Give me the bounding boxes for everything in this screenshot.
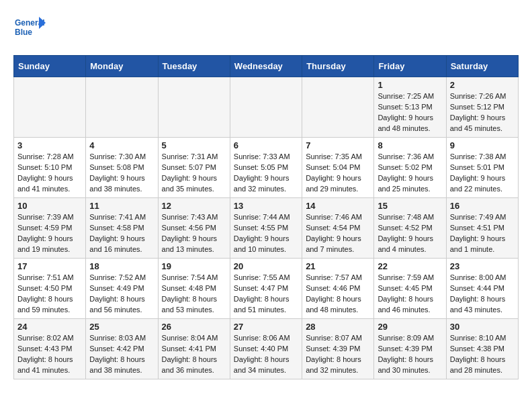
day-number: 22 — [378, 261, 442, 271]
calendar-cell — [86, 77, 158, 138]
day-detail: Sunrise: 8:06 AM Sunset: 4:40 PM Dayligh… — [234, 333, 298, 376]
day-number: 24 — [17, 322, 82, 332]
day-detail: Sunrise: 7:41 AM Sunset: 4:58 PM Dayligh… — [89, 212, 154, 255]
svg-text:Blue: Blue — [15, 28, 32, 37]
day-number: 10 — [17, 201, 82, 211]
day-detail: Sunrise: 7:43 AM Sunset: 4:56 PM Dayligh… — [162, 212, 226, 255]
day-detail: Sunrise: 7:49 AM Sunset: 4:51 PM Dayligh… — [450, 212, 515, 255]
day-detail: Sunrise: 8:02 AM Sunset: 4:43 PM Dayligh… — [17, 333, 82, 376]
day-detail: Sunrise: 7:48 AM Sunset: 4:52 PM Dayligh… — [378, 212, 442, 255]
day-number: 28 — [306, 322, 370, 332]
day-number: 16 — [450, 201, 515, 211]
day-detail: Sunrise: 7:59 AM Sunset: 4:45 PM Dayligh… — [378, 273, 442, 316]
calendar-cell: 26Sunrise: 8:04 AM Sunset: 4:41 PM Dayli… — [158, 319, 230, 379]
day-number: 29 — [378, 322, 442, 332]
col-header-tuesday: Tuesday — [158, 56, 230, 77]
calendar-cell — [230, 77, 302, 138]
day-number: 2 — [450, 80, 515, 90]
day-detail: Sunrise: 7:25 AM Sunset: 5:13 PM Dayligh… — [378, 91, 442, 134]
day-number: 3 — [17, 140, 82, 150]
calendar-cell: 19Sunrise: 7:54 AM Sunset: 4:48 PM Dayli… — [158, 259, 230, 319]
calendar-cell: 23Sunrise: 8:00 AM Sunset: 4:44 PM Dayli… — [446, 259, 518, 319]
calendar-cell: 10Sunrise: 7:39 AM Sunset: 4:59 PM Dayli… — [14, 198, 86, 259]
day-detail: Sunrise: 7:33 AM Sunset: 5:05 PM Dayligh… — [234, 152, 298, 195]
calendar-cell: 8Sunrise: 7:36 AM Sunset: 5:02 PM Daylig… — [374, 138, 446, 198]
day-number: 20 — [234, 261, 298, 271]
calendar-cell: 13Sunrise: 7:44 AM Sunset: 4:55 PM Dayli… — [230, 198, 302, 259]
calendar-cell: 9Sunrise: 7:38 AM Sunset: 5:01 PM Daylig… — [446, 138, 518, 198]
day-number: 18 — [89, 261, 154, 271]
day-number: 30 — [450, 322, 515, 332]
calendar-cell: 3Sunrise: 7:28 AM Sunset: 5:10 PM Daylig… — [14, 138, 86, 198]
calendar-cell: 12Sunrise: 7:43 AM Sunset: 4:56 PM Dayli… — [158, 198, 230, 259]
day-detail: Sunrise: 7:38 AM Sunset: 5:01 PM Dayligh… — [450, 152, 515, 195]
day-number: 21 — [306, 261, 370, 271]
col-header-thursday: Thursday — [302, 56, 374, 77]
calendar-cell — [302, 77, 374, 138]
calendar-cell: 14Sunrise: 7:46 AM Sunset: 4:54 PM Dayli… — [302, 198, 374, 259]
day-number: 12 — [162, 201, 226, 211]
day-number: 23 — [450, 261, 515, 271]
day-number: 25 — [89, 322, 154, 332]
general-blue-logo-icon: General Blue — [13, 13, 47, 43]
day-detail: Sunrise: 7:30 AM Sunset: 5:08 PM Dayligh… — [89, 152, 154, 195]
day-detail: Sunrise: 7:44 AM Sunset: 4:55 PM Dayligh… — [234, 212, 298, 255]
day-detail: Sunrise: 7:51 AM Sunset: 4:50 PM Dayligh… — [17, 273, 82, 316]
calendar-cell: 4Sunrise: 7:30 AM Sunset: 5:08 PM Daylig… — [86, 138, 158, 198]
day-number: 11 — [89, 201, 154, 211]
day-number: 7 — [306, 140, 370, 150]
day-number: 6 — [234, 140, 298, 150]
day-number: 15 — [378, 201, 442, 211]
calendar-cell: 30Sunrise: 8:10 AM Sunset: 4:38 PM Dayli… — [446, 319, 518, 379]
day-detail: Sunrise: 8:03 AM Sunset: 4:42 PM Dayligh… — [89, 333, 154, 376]
calendar-cell: 5Sunrise: 7:31 AM Sunset: 5:07 PM Daylig… — [158, 138, 230, 198]
col-header-sunday: Sunday — [14, 56, 86, 77]
day-detail: Sunrise: 8:07 AM Sunset: 4:39 PM Dayligh… — [306, 333, 370, 376]
day-detail: Sunrise: 7:46 AM Sunset: 4:54 PM Dayligh… — [306, 212, 370, 255]
day-detail: Sunrise: 7:55 AM Sunset: 4:47 PM Dayligh… — [234, 273, 298, 316]
day-detail: Sunrise: 8:00 AM Sunset: 4:44 PM Dayligh… — [450, 273, 515, 316]
day-detail: Sunrise: 7:52 AM Sunset: 4:49 PM Dayligh… — [89, 273, 154, 316]
day-number: 8 — [378, 140, 442, 150]
calendar-cell: 24Sunrise: 8:02 AM Sunset: 4:43 PM Dayli… — [14, 319, 86, 379]
calendar-table: SundayMondayTuesdayWednesdayThursdayFrid… — [13, 55, 519, 379]
day-detail: Sunrise: 8:10 AM Sunset: 4:38 PM Dayligh… — [450, 333, 515, 376]
calendar-cell: 7Sunrise: 7:35 AM Sunset: 5:04 PM Daylig… — [302, 138, 374, 198]
calendar-cell: 2Sunrise: 7:26 AM Sunset: 5:12 PM Daylig… — [446, 77, 518, 138]
calendar-cell: 27Sunrise: 8:06 AM Sunset: 4:40 PM Dayli… — [230, 319, 302, 379]
day-number: 19 — [162, 261, 226, 271]
day-number: 17 — [17, 261, 82, 271]
day-detail: Sunrise: 7:57 AM Sunset: 4:46 PM Dayligh… — [306, 273, 370, 316]
day-detail: Sunrise: 7:39 AM Sunset: 4:59 PM Dayligh… — [17, 212, 82, 255]
col-header-saturday: Saturday — [446, 56, 518, 77]
col-header-friday: Friday — [374, 56, 446, 77]
day-detail: Sunrise: 7:54 AM Sunset: 4:48 PM Dayligh… — [162, 273, 226, 316]
calendar-cell: 1Sunrise: 7:25 AM Sunset: 5:13 PM Daylig… — [374, 77, 446, 138]
col-header-monday: Monday — [86, 56, 158, 77]
day-number: 4 — [89, 140, 154, 150]
calendar-cell: 15Sunrise: 7:48 AM Sunset: 4:52 PM Dayli… — [374, 198, 446, 259]
calendar-cell: 18Sunrise: 7:52 AM Sunset: 4:49 PM Dayli… — [86, 259, 158, 319]
day-number: 13 — [234, 201, 298, 211]
calendar-cell: 25Sunrise: 8:03 AM Sunset: 4:42 PM Dayli… — [86, 319, 158, 379]
day-detail: Sunrise: 8:09 AM Sunset: 4:39 PM Dayligh… — [378, 333, 442, 376]
col-header-wednesday: Wednesday — [230, 56, 302, 77]
calendar-cell: 21Sunrise: 7:57 AM Sunset: 4:46 PM Dayli… — [302, 259, 374, 319]
day-detail: Sunrise: 7:31 AM Sunset: 5:07 PM Dayligh… — [162, 152, 226, 195]
day-number: 5 — [162, 140, 226, 150]
calendar-cell: 6Sunrise: 7:33 AM Sunset: 5:05 PM Daylig… — [230, 138, 302, 198]
calendar-cell: 28Sunrise: 8:07 AM Sunset: 4:39 PM Dayli… — [302, 319, 374, 379]
calendar-cell: 29Sunrise: 8:09 AM Sunset: 4:39 PM Dayli… — [374, 319, 446, 379]
day-number: 27 — [234, 322, 298, 332]
day-detail: Sunrise: 7:28 AM Sunset: 5:10 PM Dayligh… — [17, 152, 82, 195]
calendar-cell — [14, 77, 86, 138]
day-number: 1 — [378, 80, 442, 90]
calendar-cell: 20Sunrise: 7:55 AM Sunset: 4:47 PM Dayli… — [230, 259, 302, 319]
calendar-cell: 16Sunrise: 7:49 AM Sunset: 4:51 PM Dayli… — [446, 198, 518, 259]
calendar-cell — [158, 77, 230, 138]
calendar-cell: 22Sunrise: 7:59 AM Sunset: 4:45 PM Dayli… — [374, 259, 446, 319]
day-detail: Sunrise: 7:35 AM Sunset: 5:04 PM Dayligh… — [306, 152, 370, 195]
calendar-header: SundayMondayTuesdayWednesdayThursdayFrid… — [14, 56, 519, 77]
day-detail: Sunrise: 8:04 AM Sunset: 4:41 PM Dayligh… — [162, 333, 226, 376]
day-detail: Sunrise: 7:36 AM Sunset: 5:02 PM Dayligh… — [378, 152, 442, 195]
